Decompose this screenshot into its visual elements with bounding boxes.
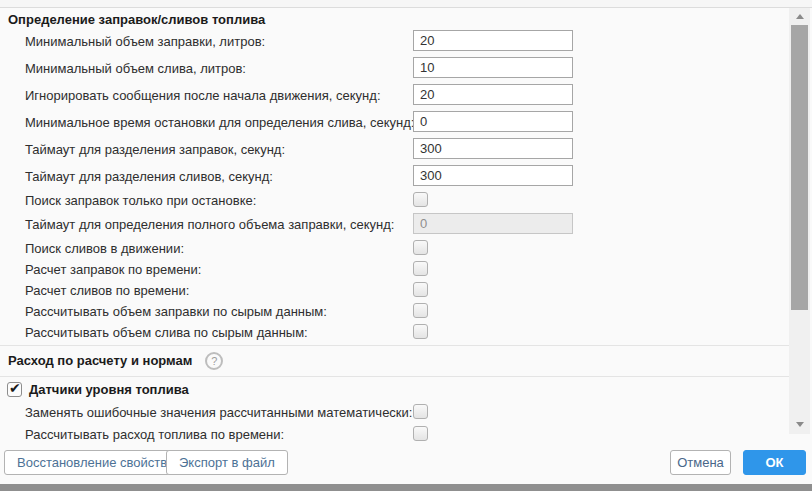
cancel-button[interactable]: Отмена	[670, 450, 731, 475]
scroll-up-button[interactable]	[789, 8, 810, 24]
fuel-detection-rows: Минимальный объем заправки, литров:Миним…	[8, 30, 789, 339]
setting-label: Минимальное время остановки для определе…	[25, 114, 414, 129]
setting-label: Расчет сливов по времени:	[25, 282, 189, 297]
min-filling-volume-input[interactable]	[413, 30, 573, 51]
setting-label: Игнорировать сообщения после начала движ…	[25, 87, 381, 102]
setting-row: Игнорировать сообщения после начала движ…	[8, 84, 789, 105]
fuel-level-sensors-header: ✔ Датчики уровня топлива	[8, 381, 789, 397]
replace-error-values-checkbox[interactable]	[413, 404, 428, 419]
scroll-down-button[interactable]	[789, 416, 810, 432]
scrollbar-thumb[interactable]	[791, 25, 808, 310]
setting-row: Расчет сливов по времени:	[8, 282, 789, 297]
section-title-consumption-math: Расход по расчету и нормам	[8, 353, 192, 369]
setting-row: Поиск заправок только при остановке:	[8, 192, 789, 207]
consumption-by-time-checkbox[interactable]	[413, 426, 428, 441]
setting-row: Минимальный объем слива, литров:	[8, 57, 789, 78]
setting-label: Рассчитывать объем слива по сырым данным…	[25, 324, 308, 339]
section-title-fuel-level-sensors: Датчики уровня топлива	[29, 382, 189, 397]
setting-label: Заменять ошибочные значения рассчитанным…	[25, 405, 412, 420]
theft-in-motion-checkbox[interactable]	[413, 240, 428, 255]
setting-row: Минимальное время остановки для определе…	[8, 111, 789, 132]
min-theft-volume-input[interactable]	[413, 57, 573, 78]
fillings-by-time-checkbox[interactable]	[413, 261, 428, 276]
consumption-section-row: Расход по расчету и нормам ?	[8, 348, 789, 374]
ignore-messages-after-motion-input[interactable]	[413, 84, 573, 105]
setting-row: Рассчитывать расход топлива по времени:	[8, 426, 789, 442]
setting-label: Таймаут для разделения сливов, секунд:	[25, 168, 273, 183]
theft-separation-timeout-input[interactable]	[413, 165, 573, 186]
setting-label: Рассчитывать расход топлива по времени:	[25, 427, 284, 442]
setting-label: Поиск заправок только при остановке:	[25, 192, 256, 207]
filling-separation-timeout-input[interactable]	[413, 138, 573, 159]
fuel-settings-scroll-area: Определение заправок/сливов топлива Мини…	[0, 8, 789, 447]
dialog-footer: Восстановление свойств Экспорт в файл От…	[0, 447, 812, 484]
setting-row: Рассчитывать объем слива по сырым данным…	[8, 324, 789, 339]
theft-volume-raw-data-checkbox[interactable]	[413, 324, 428, 339]
min-stop-time-for-theft-input[interactable]	[413, 111, 573, 132]
fuel-level-sensors-rows: Заменять ошибочные значения рассчитанным…	[8, 404, 789, 442]
setting-label: Расчет заправок по времени:	[25, 261, 201, 276]
dialog-top-divider	[0, 0, 812, 8]
setting-row: Таймаут для разделения сливов, секунд:	[8, 165, 789, 186]
full-filling-volume-timeout-input	[413, 213, 573, 234]
scroll-up-arrow-icon	[796, 14, 804, 19]
fuel-level-sensors-checkbox[interactable]: ✔	[7, 382, 22, 397]
separator	[0, 345, 789, 346]
setting-label: Минимальный объем слива, литров:	[25, 60, 246, 75]
filling-volume-raw-data-checkbox[interactable]	[413, 303, 428, 318]
setting-row: Таймаут для разделения заправок, секунд:	[8, 138, 789, 159]
restore-properties-button[interactable]: Восстановление свойств	[4, 450, 180, 475]
setting-label: Минимальный объем заправки, литров:	[25, 33, 265, 48]
window-bottom-bar	[0, 484, 812, 491]
setting-row: Расчет заправок по времени:	[8, 261, 789, 276]
separator	[0, 376, 789, 377]
vertical-scrollbar[interactable]	[789, 8, 810, 434]
filling-only-when-stopped-checkbox[interactable]	[413, 192, 428, 207]
setting-row: Поиск сливов в движении:	[8, 240, 789, 255]
thefts-by-time-checkbox[interactable]	[413, 282, 428, 297]
setting-label: Таймаут для разделения заправок, секунд:	[25, 141, 285, 156]
setting-label: Рассчитывать объем заправки по сырым дан…	[25, 303, 327, 318]
setting-row: Таймаут для определения полного объема з…	[8, 213, 789, 234]
setting-row: Рассчитывать объем заправки по сырым дан…	[8, 303, 789, 318]
scroll-down-arrow-icon	[796, 422, 804, 427]
section-title-fuel-detection: Определение заправок/сливов топлива	[8, 12, 789, 28]
export-to-file-button[interactable]: Экспорт в файл	[166, 450, 288, 475]
setting-row: Заменять ошибочные значения рассчитанным…	[8, 404, 789, 420]
ok-button[interactable]: ОК	[743, 450, 806, 475]
help-icon[interactable]: ?	[205, 352, 223, 370]
setting-label: Таймаут для определения полного объема з…	[25, 216, 394, 231]
unit-properties-fuel-dialog: Определение заправок/сливов топлива Мини…	[0, 0, 812, 491]
setting-label: Поиск сливов в движении:	[25, 240, 184, 255]
setting-row: Минимальный объем заправки, литров:	[8, 30, 789, 51]
